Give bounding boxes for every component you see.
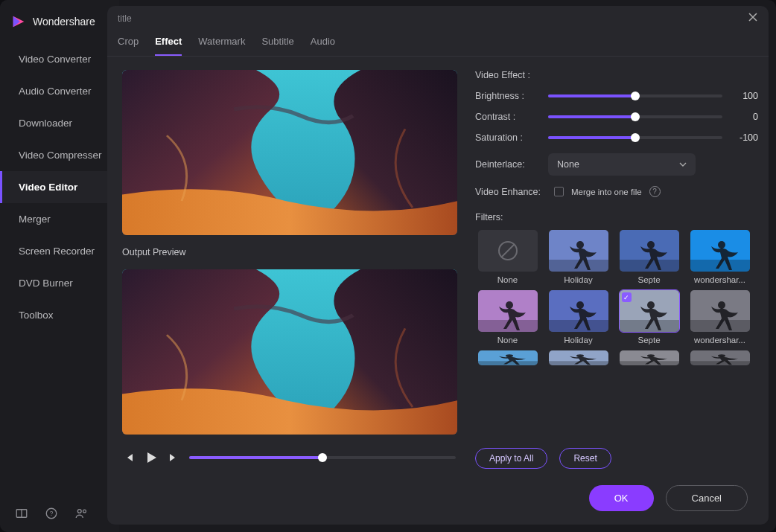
filter-item-9[interactable] — [546, 350, 611, 365]
apply-to-all-button[interactable]: Apply to All — [475, 448, 547, 469]
filter-item-3[interactable]: wondershar... — [687, 230, 752, 284]
slider-label-0: Brightness : — [475, 91, 539, 101]
preview-column: Output Preview — [122, 70, 457, 469]
slider-brightness[interactable] — [548, 94, 722, 97]
filter-item-0[interactable]: None — [475, 230, 540, 284]
sidebar-item-screen-recorder[interactable]: Screen Recorder — [0, 235, 119, 267]
sidebar-item-toolbox[interactable]: Toolbox — [0, 299, 119, 331]
none-icon — [497, 240, 519, 262]
output-preview-label: Output Preview — [122, 247, 457, 257]
svg-point-18 — [718, 241, 725, 249]
deinterlace-dropdown[interactable]: None — [548, 153, 696, 176]
slider-value-0: 100 — [731, 91, 758, 101]
sidebar-item-video-converter[interactable]: Video Converter — [0, 43, 119, 75]
sidebar-item-video-editor[interactable]: Video Editor — [0, 171, 119, 203]
filter-name: Septe — [637, 275, 660, 284]
svg-point-36 — [576, 354, 584, 357]
sidebar-footer: ? — [0, 495, 119, 532]
library-icon[interactable] — [15, 507, 28, 520]
filter-item-4[interactable]: None — [475, 290, 540, 344]
account-icon[interactable] — [74, 507, 88, 520]
filter-name: Septe — [637, 336, 660, 344]
cancel-button[interactable]: Cancel — [666, 485, 748, 511]
tabs: CropEffectWatermarkSubtitleAudio — [107, 25, 769, 57]
slider-value-1: 0 — [731, 112, 758, 122]
filter-name: wondershar... — [694, 275, 745, 284]
brand: Wondershare — [0, 6, 119, 43]
editor-modal: title CropEffectWatermarkSubtitleAudio — [107, 6, 769, 525]
brand-name: Wondershare — [33, 16, 95, 28]
prev-frame-icon[interactable] — [124, 452, 134, 463]
slider-value-2: -100 — [731, 132, 758, 143]
svg-point-42 — [718, 354, 725, 357]
svg-point-33 — [506, 354, 513, 357]
filter-item-6[interactable]: ✓ Septe — [617, 290, 681, 344]
sidebar: Wondershare Video ConverterAudio Convert… — [0, 0, 119, 532]
slider-label-2: Saturation : — [475, 132, 539, 143]
tab-effect[interactable]: Effect — [155, 36, 182, 56]
chevron-down-icon — [679, 161, 687, 168]
video-effect-label: Video Effect : — [475, 70, 758, 80]
sidebar-item-dvd-burner[interactable]: DVD Burner — [0, 267, 119, 299]
filters-label: Filters: — [475, 212, 758, 222]
svg-text:?: ? — [50, 510, 54, 517]
reset-button[interactable]: Reset — [559, 448, 611, 469]
svg-point-39 — [647, 354, 655, 357]
slider-saturation[interactable] — [548, 136, 722, 139]
merge-checkbox[interactable] — [554, 187, 564, 196]
sidebar-item-downloader[interactable]: Downloader — [0, 107, 119, 139]
app-logo-icon — [10, 13, 27, 30]
svg-point-24 — [576, 301, 584, 309]
merge-label: Merge into one file — [571, 188, 642, 196]
sidebar-item-video-compresser[interactable]: Video Compresser — [0, 139, 119, 171]
filter-item-1[interactable]: Holiday — [546, 230, 611, 284]
svg-point-21 — [506, 301, 513, 309]
svg-point-27 — [647, 301, 655, 309]
modal-title: title — [118, 13, 132, 24]
slider-label-1: Contrast : — [475, 112, 539, 122]
deinterlace-value: None — [557, 159, 579, 170]
tab-crop[interactable]: Crop — [118, 36, 139, 56]
help-icon[interactable]: ? — [45, 507, 58, 520]
svg-point-30 — [718, 301, 725, 309]
filter-item-7[interactable]: wondershar... — [687, 290, 752, 344]
effect-panel: Video Effect : Brightness : 100Contrast … — [475, 70, 758, 469]
play-icon[interactable] — [144, 451, 158, 464]
filter-name: wondershar... — [694, 336, 745, 344]
sidebar-item-merger[interactable]: Merger — [0, 203, 119, 235]
ok-button[interactable]: OK — [589, 485, 654, 511]
playback-bar — [122, 446, 457, 469]
help-tooltip-icon[interactable]: ? — [649, 186, 661, 197]
sidebar-item-audio-converter[interactable]: Audio Converter — [0, 75, 119, 107]
tab-watermark[interactable]: Watermark — [198, 36, 245, 56]
filter-name: None — [497, 336, 518, 344]
video-enhance-label: Video Enhance: — [475, 187, 547, 197]
next-frame-icon[interactable] — [168, 452, 179, 463]
svg-line-9 — [501, 244, 515, 257]
deinterlace-label: Deinterlace: — [475, 159, 539, 170]
filter-item-2[interactable]: Septe — [617, 230, 681, 284]
filter-name: Holiday — [564, 336, 592, 344]
filter-item-10[interactable] — [617, 350, 681, 365]
filter-name: Holiday — [564, 275, 592, 284]
filter-item-11[interactable] — [687, 350, 752, 365]
tab-audio[interactable]: Audio — [311, 36, 335, 56]
output-preview — [122, 269, 457, 435]
check-icon: ✓ — [622, 292, 632, 302]
playback-progress[interactable] — [189, 456, 456, 459]
svg-point-12 — [576, 241, 584, 249]
filter-item-5[interactable]: Holiday — [546, 290, 611, 344]
source-preview — [122, 70, 457, 235]
filter-name: None — [497, 275, 518, 284]
svg-point-15 — [647, 241, 655, 249]
filter-item-8[interactable] — [475, 350, 540, 365]
tab-subtitle[interactable]: Subtitle — [261, 36, 293, 56]
slider-contrast[interactable] — [548, 115, 722, 118]
svg-point-5 — [83, 510, 86, 513]
svg-point-4 — [77, 510, 81, 513]
close-icon[interactable] — [748, 12, 758, 25]
modal-footer: OK Cancel — [107, 475, 769, 525]
